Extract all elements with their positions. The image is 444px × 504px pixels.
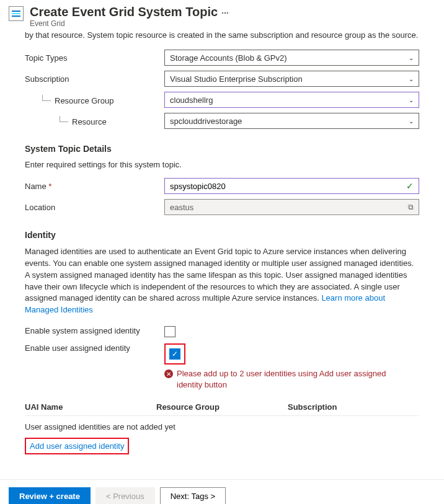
uai-table: UAI Name Resource Group Subscription Use…: [25, 399, 419, 438]
system-identity-checkbox[interactable]: [164, 326, 175, 337]
subscription-label: Subscription: [25, 74, 164, 84]
name-input-wrap: ✓: [164, 178, 419, 194]
svg-rect-2: [12, 15, 20, 17]
col-subscription: Subscription: [288, 402, 419, 412]
system-topic-heading: System Topic Details: [25, 144, 419, 154]
user-identity-checkbox[interactable]: ✓: [169, 348, 180, 360]
footer-buttons: Review + create < Previous Next: Tags >: [0, 479, 444, 504]
add-user-identity-link[interactable]: Add user assigned identity: [30, 441, 124, 451]
error-message: ✕ Please add up to 2 user identities usi…: [164, 368, 394, 390]
highlight-box: Add user assigned identity: [25, 438, 129, 454]
location-label: Location: [25, 203, 164, 212]
identity-heading: Identity: [25, 230, 419, 240]
table-empty: User assigned identities are not added y…: [25, 416, 419, 438]
chevron-down-icon: ⌄: [409, 76, 414, 82]
location-readonly: eastus ⧉: [164, 199, 419, 215]
user-identity-label: Enable user assigned identity: [25, 343, 164, 353]
highlight-box: ✓: [164, 343, 185, 365]
col-resource-group: Resource Group: [156, 402, 288, 412]
check-icon: ✓: [406, 181, 414, 191]
identity-description: Managed identities are used to authentic…: [25, 246, 419, 316]
page-header: Create Event Grid System Topic··· Event …: [0, 0, 444, 30]
intro-text: by that resource. System topic resource …: [0, 30, 444, 50]
svg-rect-0: [12, 11, 20, 12]
topic-types-label: Topic Types: [25, 53, 164, 63]
copy-icon[interactable]: ⧉: [408, 203, 414, 211]
error-icon: ✕: [164, 369, 173, 378]
resource-group-label: Resource Group: [25, 95, 164, 105]
topic-types-select[interactable]: Storage Accounts (Blob & GPv2) ⌄: [164, 50, 419, 66]
col-uai-name: UAI Name: [25, 402, 156, 412]
next-button[interactable]: Next: Tags >: [160, 487, 226, 504]
event-grid-icon: [9, 6, 24, 21]
chevron-down-icon: ⌄: [409, 97, 414, 104]
page-subtitle: Event Grid: [30, 19, 229, 28]
review-create-button[interactable]: Review + create: [9, 487, 91, 504]
system-identity-label: Enable system assigned identity: [25, 326, 164, 335]
more-icon[interactable]: ···: [221, 8, 229, 18]
svg-rect-1: [12, 13, 20, 14]
resource-select[interactable]: spclouddrivestorage ⌄: [164, 113, 419, 129]
subscription-select[interactable]: Visual Studio Enterprise Subscription ⌄: [164, 71, 419, 87]
resource-group-select[interactable]: cloudshellrg ⌄: [164, 92, 419, 108]
system-topic-sub: Enter required settings for this system …: [25, 160, 419, 169]
name-input[interactable]: [170, 182, 406, 191]
chevron-down-icon: ⌄: [409, 55, 414, 61]
page-title: Create Event Grid System Topic: [30, 5, 218, 19]
resource-label: Resource: [25, 116, 164, 126]
previous-button: < Previous: [95, 487, 155, 504]
chevron-down-icon: ⌄: [409, 118, 414, 125]
name-label: Name *: [25, 182, 164, 191]
